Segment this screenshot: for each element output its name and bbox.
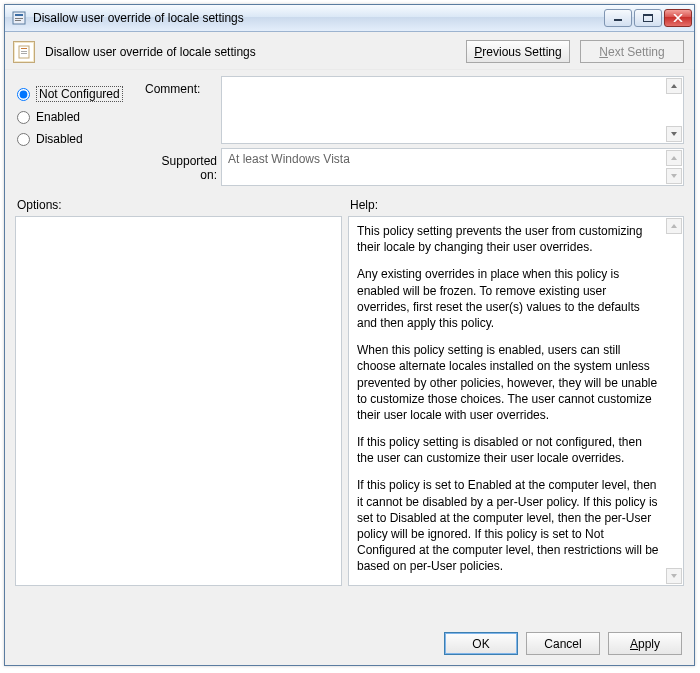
- window-controls: [604, 9, 692, 27]
- radio-not-configured-label: Not Configured: [36, 86, 123, 102]
- comment-textarea[interactable]: [221, 76, 684, 144]
- help-label: Help:: [348, 198, 684, 216]
- content-area: Disallow user override of locale setting…: [5, 32, 694, 665]
- options-label: Options:: [15, 198, 348, 216]
- header-row: Disallow user override of locale setting…: [5, 32, 694, 69]
- state-radio-group: Not Configured Enabled Disabled: [15, 76, 145, 186]
- scroll-down-icon[interactable]: [666, 568, 682, 584]
- minimize-icon: [613, 14, 623, 22]
- supported-on-value: At least Windows Vista: [228, 152, 350, 166]
- minimize-button[interactable]: [604, 9, 632, 27]
- dialog-window: Disallow user override of locale setting…: [4, 4, 695, 666]
- page-title: Disallow user override of locale setting…: [45, 45, 456, 59]
- svg-rect-8: [21, 48, 27, 49]
- scroll-up-icon[interactable]: [666, 150, 682, 166]
- scroll-down-icon[interactable]: [666, 168, 682, 184]
- svg-rect-9: [21, 51, 27, 52]
- scroll-down-icon[interactable]: [666, 126, 682, 142]
- upper-panel: Not Configured Enabled Disabled Comment:: [5, 70, 694, 194]
- help-pane[interactable]: This policy setting prevents the user fr…: [348, 216, 684, 586]
- comment-scrollbar[interactable]: [666, 78, 682, 142]
- titlebar[interactable]: Disallow user override of locale setting…: [5, 5, 694, 32]
- ok-button[interactable]: OK: [444, 632, 518, 655]
- svg-rect-4: [614, 19, 622, 21]
- options-column: Options:: [15, 198, 348, 622]
- help-paragraph: This policy setting prevents the user fr…: [357, 223, 661, 255]
- radio-enabled-input[interactable]: [17, 111, 30, 124]
- svg-rect-10: [21, 53, 27, 54]
- page-icon: [13, 41, 35, 63]
- next-setting-button[interactable]: Next Setting: [580, 40, 684, 63]
- supported-scrollbar[interactable]: [666, 150, 682, 184]
- help-scrollbar[interactable]: [666, 218, 682, 584]
- radio-disabled[interactable]: Disabled: [15, 128, 145, 150]
- supported-on-box: At least Windows Vista: [221, 148, 684, 186]
- radio-disabled-label: Disabled: [36, 132, 83, 146]
- svg-rect-2: [15, 18, 23, 19]
- close-button[interactable]: [664, 9, 692, 27]
- prev-label-rest: revious Setting: [482, 45, 561, 59]
- radio-disabled-input[interactable]: [17, 133, 30, 146]
- next-label-rest: ext Setting: [608, 45, 665, 59]
- radio-enabled-label: Enabled: [36, 110, 80, 124]
- help-paragraph: Any existing overrides in place when thi…: [357, 266, 661, 331]
- options-pane[interactable]: [15, 216, 342, 586]
- cancel-button[interactable]: Cancel: [526, 632, 600, 655]
- maximize-icon: [643, 14, 653, 22]
- radio-not-configured[interactable]: Not Configured: [15, 82, 145, 106]
- help-paragraph: If this policy setting is disabled or no…: [357, 434, 661, 466]
- svg-rect-6: [643, 14, 653, 16]
- window-title: Disallow user override of locale setting…: [33, 11, 604, 25]
- dialog-footer: OK Cancel Apply: [5, 622, 694, 665]
- close-icon: [673, 14, 683, 22]
- scroll-up-icon[interactable]: [666, 78, 682, 94]
- help-paragraph: If this policy is set to Enabled at the …: [357, 477, 661, 574]
- apply-label-rest: pply: [638, 637, 660, 651]
- svg-rect-1: [15, 14, 23, 16]
- help-column: Help: This policy setting prevents the u…: [348, 198, 684, 622]
- help-paragraph: When this policy setting is enabled, use…: [357, 342, 661, 423]
- lower-panel: Options: Help: This policy setting preve…: [5, 194, 694, 622]
- scroll-up-icon[interactable]: [666, 218, 682, 234]
- comment-label: Comment:: [145, 76, 221, 144]
- previous-setting-button[interactable]: Previous Setting: [466, 40, 570, 63]
- radio-enabled[interactable]: Enabled: [15, 106, 145, 128]
- supported-label: Supported on:: [145, 148, 221, 186]
- policy-icon: [11, 10, 27, 26]
- radio-not-configured-input[interactable]: [17, 88, 30, 101]
- svg-rect-3: [15, 20, 21, 21]
- maximize-button[interactable]: [634, 9, 662, 27]
- apply-button[interactable]: Apply: [608, 632, 682, 655]
